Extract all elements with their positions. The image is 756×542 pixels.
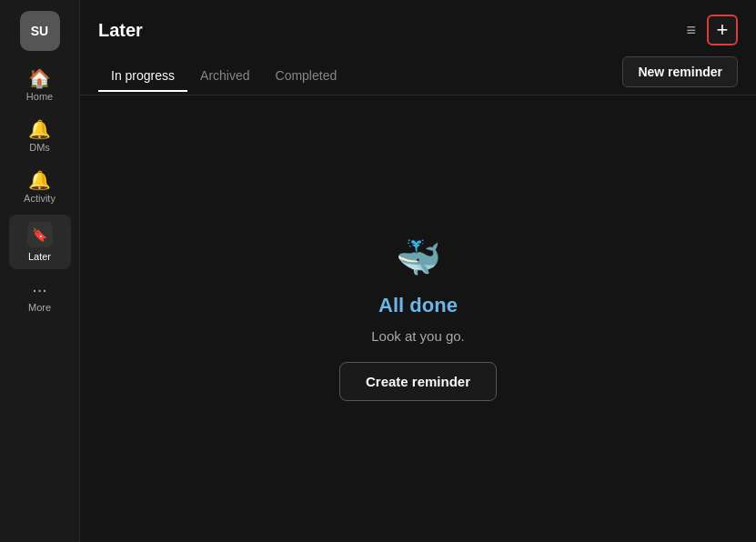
dms-icon: 🔔 bbox=[28, 120, 51, 138]
new-reminder-button[interactable]: New reminder bbox=[622, 56, 738, 87]
empty-state-title: All done bbox=[378, 294, 458, 317]
tab-completed[interactable]: Completed bbox=[263, 61, 350, 92]
home-icon: 🏠 bbox=[28, 69, 51, 87]
add-button[interactable]: + bbox=[707, 15, 738, 45]
sidebar-item-dms[interactable]: 🔔 DMs bbox=[9, 113, 71, 160]
sidebar-item-label: DMs bbox=[29, 142, 50, 153]
activity-icon: 🔔 bbox=[28, 171, 51, 189]
sidebar-item-label: Activity bbox=[24, 193, 55, 204]
page-title: Later bbox=[98, 20, 143, 41]
tabs-row: In progress Archived Completed New remin… bbox=[80, 45, 756, 95]
avatar[interactable]: SU bbox=[20, 11, 60, 51]
create-reminder-button[interactable]: Create reminder bbox=[339, 362, 497, 401]
sidebar-item-activity[interactable]: 🔔 Activity bbox=[9, 164, 71, 211]
later-icon: 🔖 bbox=[27, 222, 53, 247]
sidebar-item-more[interactable]: ··· More bbox=[9, 273, 71, 320]
main-panel: Later ≡ + In progress Archived Completed… bbox=[80, 0, 756, 542]
sidebar: SU 🏠 Home 🔔 DMs 🔔 Activity 🔖 Later ··· M… bbox=[0, 0, 80, 542]
plus-icon: + bbox=[717, 20, 729, 40]
more-icon: ··· bbox=[32, 280, 47, 298]
sidebar-item-label: More bbox=[28, 302, 51, 313]
empty-state: 🐳 All done Look at you go. Create remind… bbox=[80, 95, 756, 542]
sidebar-item-label: Home bbox=[26, 91, 53, 102]
sidebar-item-home[interactable]: 🏠 Home bbox=[9, 62, 71, 109]
empty-state-subtitle: Look at you go. bbox=[371, 328, 465, 344]
filter-icon: ≡ bbox=[686, 21, 696, 40]
tab-in-progress[interactable]: In progress bbox=[98, 61, 187, 92]
tabs: In progress Archived Completed bbox=[98, 61, 349, 91]
header-actions: ≡ + bbox=[682, 15, 738, 45]
sidebar-item-label: Later bbox=[28, 251, 51, 262]
page-header: Later ≡ + bbox=[80, 0, 756, 45]
tab-archived[interactable]: Archived bbox=[187, 61, 262, 92]
whale-emoji: 🐳 bbox=[396, 236, 441, 279]
sidebar-item-later[interactable]: 🔖 Later bbox=[9, 215, 71, 269]
filter-button[interactable]: ≡ bbox=[682, 17, 700, 44]
